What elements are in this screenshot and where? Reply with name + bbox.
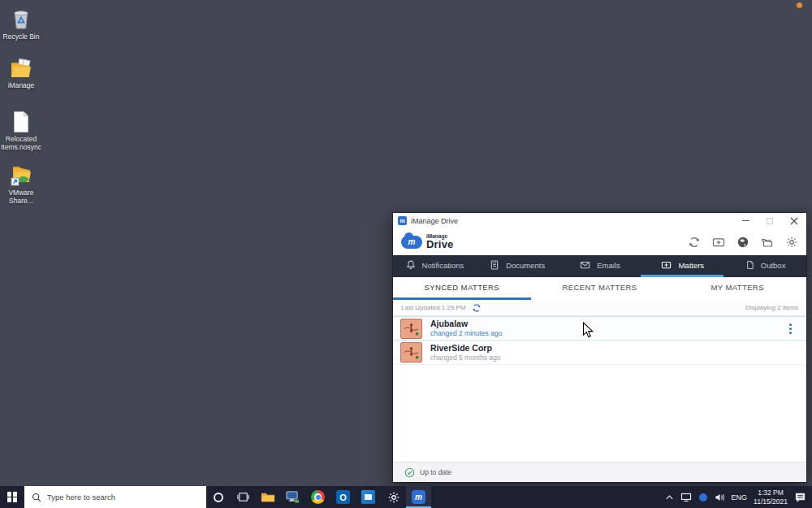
- desktop-icon-label: iManage: [0, 82, 43, 90]
- matter-name: Ajubalaw: [430, 319, 502, 329]
- subtab-label: SYNCED MATTERS: [425, 283, 500, 292]
- matter-changed: changed 5 months ago: [430, 354, 500, 363]
- taskbar-outlook[interactable]: O: [330, 486, 356, 508]
- matters-list: Ajubalaw changed 2 minutes ago RiverSide…: [393, 316, 806, 462]
- imanage-cloud-icon: m: [401, 236, 422, 249]
- desktop-icon-label: Relocated Items.nosync: [0, 136, 43, 152]
- globe-icon: [736, 236, 749, 249]
- add-matter-button[interactable]: [711, 235, 725, 249]
- action-center-icon[interactable]: [794, 492, 806, 503]
- desktop-icon-imanage[interactable]: iManage: [0, 55, 44, 90]
- sync-status-bar: Up to date: [393, 462, 806, 482]
- imanage-drive-logo: m iManage Drive: [401, 234, 454, 250]
- chrome-icon: [311, 490, 325, 504]
- sync-status-text: Up to date: [420, 468, 451, 476]
- tray-onedrive-icon[interactable]: [698, 493, 708, 502]
- matters-subtabs: SYNCED MATTERS RECENT MATTERS MY MATTERS: [393, 277, 806, 300]
- clock-date: 11/15/2021: [754, 497, 788, 506]
- app-icon: m: [398, 216, 407, 225]
- task-view-button[interactable]: [231, 486, 255, 508]
- window-header: m iManage Drive: [393, 228, 806, 255]
- taskbar-imanage-drive[interactable]: m: [406, 486, 431, 508]
- subtab-label: MY MATTERS: [710, 283, 763, 292]
- list-header: Last Updated 1:29 PM Displaying 2 items: [393, 300, 806, 316]
- maximize-button[interactable]: [758, 213, 782, 228]
- tab-label: Emails: [597, 261, 620, 270]
- refresh-icon[interactable]: [472, 303, 482, 313]
- taskbar-computer[interactable]: [280, 486, 305, 508]
- tray-display-icon[interactable]: [680, 493, 692, 502]
- computer-icon: [285, 490, 300, 504]
- maximize-icon: [767, 218, 773, 224]
- globe-button[interactable]: [736, 235, 749, 249]
- last-updated-text: Last Updated 1:29 PM: [401, 304, 466, 311]
- outbox-page-icon: [745, 259, 755, 271]
- settings-gear-icon: [785, 236, 798, 249]
- subtab-my-matters[interactable]: MY MATTERS: [668, 277, 806, 300]
- tray-chevron-up-icon[interactable]: [665, 493, 674, 501]
- subtab-synced-matters[interactable]: SYNCED MATTERS: [393, 277, 531, 300]
- cortana-button[interactable]: [206, 486, 231, 508]
- taskbar-search[interactable]: [24, 486, 206, 508]
- taskbar-clock[interactable]: 1:32 PM 11/15/2021: [754, 488, 788, 506]
- matter-icon: [400, 342, 422, 363]
- tab-label: Matters: [678, 261, 704, 270]
- matter-row-riverside-corp[interactable]: RiverSide Corp changed 5 months ago: [393, 341, 806, 365]
- search-icon: [32, 493, 41, 502]
- file-explorer-icon: [261, 491, 275, 504]
- taskbar-chrome[interactable]: [305, 486, 330, 508]
- desktop-icon-vmware-share[interactable]: VMware Share...: [0, 163, 44, 206]
- folder-shortcut-icon: [9, 163, 33, 187]
- row-menu-kebab-icon[interactable]: [787, 321, 794, 336]
- window-title: iManage Drive: [411, 217, 733, 225]
- window-titlebar[interactable]: m iManage Drive: [393, 213, 806, 228]
- subtab-recent-matters[interactable]: RECENT MATTERS: [531, 277, 669, 300]
- header-toolbar: [687, 235, 798, 249]
- matter-row-ajubalaw[interactable]: Ajubalaw changed 2 minutes ago: [393, 316, 806, 341]
- matter-icon: [400, 319, 422, 339]
- document-icon: [12, 109, 30, 133]
- desktop-icon-label: Recycle Bin: [0, 33, 43, 41]
- document-icon: [489, 259, 500, 271]
- main-tabbar: Notifications Documents Emails Matters: [393, 255, 806, 277]
- tab-label: Notifications: [422, 261, 464, 270]
- matter-box-icon: [660, 259, 672, 271]
- outlook-icon: O: [336, 490, 350, 504]
- tab-matters[interactable]: Matters: [641, 255, 723, 277]
- bell-icon: [405, 259, 417, 271]
- folder-icon: [9, 55, 33, 80]
- taskbar-photos[interactable]: [356, 486, 381, 508]
- imanage-drive-window: m iManage Drive m iManage Drive: [393, 213, 806, 482]
- taskbar-settings[interactable]: [381, 486, 406, 508]
- displaying-count-text: Displaying 2 items: [745, 304, 798, 311]
- imanage-drive-icon: m: [412, 490, 425, 504]
- envelope-icon: [579, 259, 591, 271]
- folders-button[interactable]: [760, 235, 774, 249]
- start-button[interactable]: [0, 486, 24, 508]
- task-view-icon: [237, 491, 249, 503]
- taskbar-file-explorer[interactable]: [255, 486, 280, 508]
- sync-icon: [688, 236, 701, 249]
- settings-button[interactable]: [784, 235, 798, 249]
- desktop-icon-recycle-bin[interactable]: Recycle Bin: [0, 7, 44, 41]
- close-icon: [790, 217, 798, 225]
- language-indicator[interactable]: ENG: [732, 493, 748, 501]
- minimize-button[interactable]: [733, 213, 758, 228]
- settings-gear-icon: [387, 491, 400, 504]
- recording-indicator-dot: [797, 2, 802, 8]
- tab-emails[interactable]: Emails: [559, 255, 641, 277]
- tab-notifications[interactable]: Notifications: [393, 255, 476, 277]
- search-input[interactable]: [47, 493, 185, 501]
- sync-button[interactable]: [687, 235, 701, 249]
- desktop-icon-relocated-items[interactable]: Relocated Items.nosync: [0, 109, 44, 152]
- tab-documents[interactable]: Documents: [476, 255, 559, 277]
- check-circle-icon: [404, 467, 415, 478]
- taskbar: O m ENG 1:32 PM 11/15/2021: [0, 486, 812, 508]
- windows-logo-icon: [7, 492, 18, 502]
- clock-time: 1:32 PM: [754, 488, 788, 497]
- tray-volume-icon[interactable]: [715, 493, 725, 502]
- folders-icon: [760, 236, 774, 249]
- close-button[interactable]: [782, 213, 806, 228]
- matter-name: RiverSide Corp: [430, 343, 500, 354]
- tab-outbox[interactable]: Outbox: [723, 255, 806, 277]
